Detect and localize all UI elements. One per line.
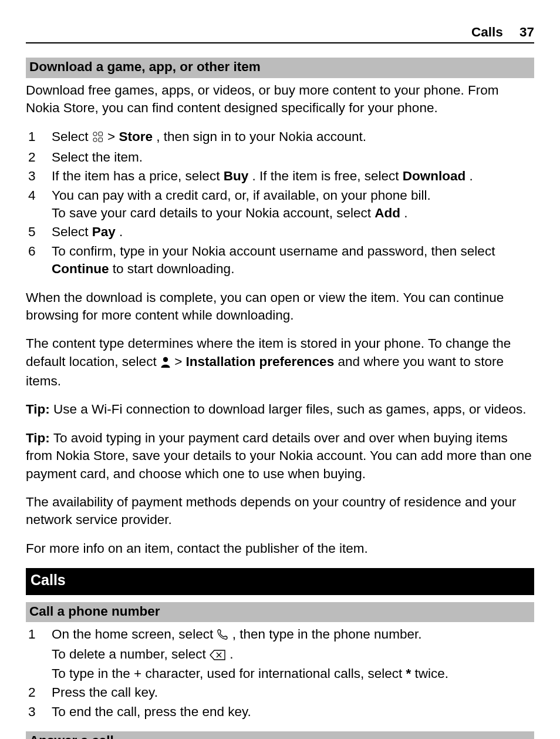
step-text: Select > Store , then sign in to your No…	[52, 128, 534, 147]
svg-rect-3	[99, 137, 102, 141]
step-text: Press the call key.	[52, 684, 534, 701]
step-2: 2 Select the item.	[26, 149, 534, 166]
installation-preferences-label: Installation preferences	[186, 354, 335, 369]
header-section: Calls	[471, 25, 503, 39]
download-complete-note: When the download is complete, you can o…	[26, 289, 534, 325]
step-text: To confirm, type in your Nokia account u…	[52, 243, 534, 278]
step-1: 1 Select > Store , then sign in to your …	[26, 128, 534, 147]
step-text: You can pay with a credit card, or, if a…	[52, 187, 534, 223]
payment-availability-note: The availability of payment methods depe…	[26, 493, 534, 529]
pay-label: Pay	[92, 224, 116, 239]
call-step-1: 1 On the home screen, select , then type…	[26, 626, 534, 683]
download-intro: Download free games, apps, or videos, or…	[26, 82, 534, 117]
step-number: 5	[26, 223, 52, 241]
step-6: 6 To confirm, type in your Nokia account…	[26, 243, 534, 278]
content-type-note: The content type determines where the it…	[26, 335, 534, 390]
step-4: 4 You can pay with a credit card, or, if…	[26, 187, 534, 223]
store-label: Store	[119, 129, 153, 144]
step-number: 1	[26, 128, 52, 146]
more-info-note: For more info on an item, contact the pu…	[26, 540, 534, 557]
download-label: Download	[403, 169, 466, 183]
svg-point-0	[93, 132, 97, 135]
step-number: 2	[26, 684, 52, 701]
star-key-label: *	[406, 666, 411, 681]
step-number: 3	[26, 703, 52, 721]
tip-wifi: Tip: Use a Wi-Fi connection to download …	[26, 401, 534, 418]
step-text: To end the call, press the end key.	[52, 703, 534, 721]
call-steps: 1 On the home screen, select , then type…	[26, 626, 534, 721]
tip-payment-card: Tip: To avoid typing in your payment car…	[26, 429, 534, 483]
step-number: 3	[26, 167, 52, 185]
heading-answer-call: Answer a call	[26, 731, 534, 739]
page: Calls 37 Download a game, app, or other …	[0, 0, 560, 739]
svg-point-2	[93, 137, 97, 141]
tip-label: Tip:	[26, 431, 50, 445]
header-page-number: 37	[519, 25, 534, 39]
step-text: Select the item.	[52, 149, 534, 166]
step-number: 4	[26, 187, 52, 204]
add-label: Add	[375, 206, 400, 220]
phone-icon	[217, 627, 228, 645]
svg-point-4	[163, 357, 168, 361]
step-number: 2	[26, 149, 52, 166]
step-number: 1	[26, 626, 52, 643]
call-step-2: 2 Press the call key.	[26, 684, 534, 701]
backspace-icon	[210, 647, 226, 665]
call-step-3: 3 To end the call, press the end key.	[26, 703, 534, 721]
step-3: 3 If the item has a price, select Buy . …	[26, 167, 534, 185]
step-number: 6	[26, 243, 52, 260]
heading-call-number: Call a phone number	[26, 602, 534, 622]
step-text: If the item has a price, select Buy . If…	[52, 167, 534, 185]
apps-menu-icon	[92, 130, 104, 147]
page-header: Calls 37	[26, 23, 534, 43]
svg-rect-1	[99, 132, 102, 135]
continue-label: Continue	[52, 261, 109, 276]
buy-label: Buy	[224, 169, 249, 183]
step-text: On the home screen, select , then type i…	[52, 626, 534, 683]
heading-download-item: Download a game, app, or other item	[26, 58, 534, 78]
person-icon	[160, 355, 171, 372]
download-steps: 1 Select > Store , then sign in to your …	[26, 128, 534, 278]
tip-label: Tip:	[26, 402, 50, 416]
step-text: Select Pay .	[52, 223, 534, 241]
chapter-calls: Calls	[26, 568, 534, 595]
step-5: 5 Select Pay .	[26, 223, 534, 241]
